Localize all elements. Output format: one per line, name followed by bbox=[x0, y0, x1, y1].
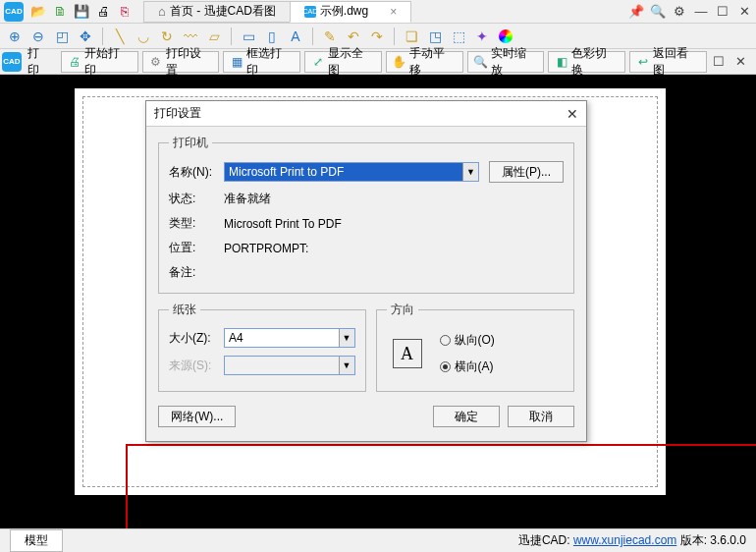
dialog-close-icon[interactable]: ✕ bbox=[567, 106, 578, 122]
drawing-frame bbox=[126, 444, 756, 534]
cube-icon[interactable]: ⬚ bbox=[450, 28, 467, 45]
combo-arrow-icon[interactable]: ▼ bbox=[339, 329, 354, 347]
radio-icon bbox=[440, 361, 451, 372]
layers-icon[interactable]: ❏ bbox=[403, 28, 420, 45]
paper-source-combo: ▼ bbox=[224, 356, 355, 375]
paper-size-label: 大小(Z): bbox=[169, 330, 224, 347]
ok-button[interactable]: 确定 bbox=[433, 406, 500, 427]
window-maximize-icon[interactable]: ☐ bbox=[715, 4, 730, 20]
print-icon[interactable]: 🖨 bbox=[94, 3, 112, 21]
type-value: Microsoft Print To PDF bbox=[224, 217, 342, 231]
panel-title: 打印 bbox=[27, 45, 51, 79]
select-window-icon: ▦ bbox=[230, 55, 243, 69]
combo-arrow-icon: ▼ bbox=[339, 357, 354, 374]
pin-icon[interactable]: 📌 bbox=[628, 4, 644, 20]
orientation-legend: 方向 bbox=[387, 302, 418, 318]
tab-file[interactable]: CAD 示例.dwg × bbox=[290, 1, 411, 23]
status-label: 状态: bbox=[169, 191, 224, 207]
status-value: 准备就绪 bbox=[224, 191, 271, 207]
printer-group: 打印机 名称(N): Microsoft Print to PDF ▼ 属性(P… bbox=[158, 135, 574, 294]
block-icon[interactable]: ◳ bbox=[426, 28, 444, 45]
orientation-portrait-label: 纵向(O) bbox=[455, 332, 495, 349]
combo-arrow-icon[interactable]: ▼ bbox=[462, 163, 478, 181]
where-label: 位置: bbox=[169, 240, 224, 256]
window-minimize-icon[interactable]: — bbox=[693, 4, 709, 20]
cancel-button[interactable]: 取消 bbox=[508, 406, 574, 427]
orientation-portrait-radio[interactable]: 纵向(O) bbox=[440, 332, 495, 349]
brush-icon[interactable]: ✎ bbox=[321, 28, 339, 45]
tab-bar: ⌂ 首页 - 迅捷CAD看图 CAD 示例.dwg × bbox=[135, 1, 628, 23]
zoom-in-icon[interactable]: ⊖ bbox=[29, 28, 47, 45]
home-icon: ⌂ bbox=[158, 4, 166, 19]
window-tile-icon[interactable]: ▯ bbox=[263, 28, 281, 45]
status-url-link[interactable]: www.xunjiecad.com bbox=[573, 533, 676, 547]
print-settings-button[interactable]: ⚙打印设置 bbox=[142, 51, 220, 73]
fit-icon: ⤢ bbox=[311, 55, 325, 69]
printer-name-label: 名称(N): bbox=[169, 164, 224, 181]
polyline-icon[interactable]: 〰 bbox=[182, 28, 199, 45]
paper-size-value: A4 bbox=[225, 331, 243, 345]
window-select-print-button[interactable]: ▦框选打印 bbox=[223, 51, 300, 73]
window-close-icon[interactable]: ✕ bbox=[736, 4, 752, 20]
wand-icon[interactable]: ✦ bbox=[473, 28, 491, 45]
paper-legend: 纸张 bbox=[169, 302, 200, 318]
status-brand: 迅捷CAD: bbox=[518, 533, 570, 547]
where-value: PORTPROMPT: bbox=[224, 242, 308, 255]
color-icon: ◧ bbox=[555, 55, 568, 69]
top-bar: CAD 📂 🗎 💾 🖨 ⎘ ⌂ 首页 - 迅捷CAD看图 CAD 示例.dwg … bbox=[0, 0, 756, 24]
color-toggle-button[interactable]: ◧色彩切换 bbox=[548, 51, 625, 73]
printer-legend: 打印机 bbox=[169, 135, 212, 151]
printer-name-combo[interactable]: Microsoft Print to PDF ▼ bbox=[224, 162, 479, 182]
pan-icon[interactable]: ✥ bbox=[77, 28, 94, 45]
area-icon[interactable]: ▱ bbox=[205, 28, 223, 45]
paper-size-combo[interactable]: A4 ▼ bbox=[224, 328, 355, 348]
pan-button[interactable]: ✋手动平移 bbox=[386, 51, 463, 73]
print-settings-dialog: 打印设置 ✕ 打印机 名称(N): Microsoft Print to PDF… bbox=[145, 100, 587, 442]
status-right: 迅捷CAD: www.xunjiecad.com 版本: 3.6.0.0 bbox=[518, 532, 746, 549]
back-to-view-button[interactable]: ↩返回看图 bbox=[629, 51, 707, 73]
status-version: 版本: 3.6.0.0 bbox=[676, 533, 746, 547]
panel-restore-icon[interactable]: ☐ bbox=[711, 54, 727, 70]
save-icon[interactable]: 💾 bbox=[73, 3, 90, 21]
gear-icon[interactable]: ⚙ bbox=[672, 4, 687, 20]
print-panel-header: CAD 打印 🖨开始打印 ⚙打印设置 ▦框选打印 ⤢显示全图 ✋手动平移 🔍实时… bbox=[0, 49, 756, 75]
layer-icon[interactable]: ▭ bbox=[240, 28, 257, 45]
new-icon[interactable]: 🗎 bbox=[51, 3, 69, 21]
model-tab[interactable]: 模型 bbox=[10, 529, 63, 552]
zoom-all-button[interactable]: ⤢显示全图 bbox=[304, 51, 382, 73]
app-logo: CAD bbox=[4, 2, 24, 22]
text-icon[interactable]: A bbox=[287, 28, 304, 45]
panel-close-icon[interactable]: ✕ bbox=[732, 54, 748, 70]
zoom-icon[interactable]: 🔍 bbox=[650, 4, 666, 20]
paper-source-label: 来源(S): bbox=[169, 358, 224, 374]
orientation-group: 方向 A 纵向(O) 横向(A) bbox=[376, 302, 574, 392]
zoom-extents-icon[interactable]: ⊕ bbox=[6, 28, 24, 45]
magnify-icon: 🔍 bbox=[474, 55, 488, 69]
measure-line-icon[interactable]: ╲ bbox=[111, 28, 129, 45]
dialog-title: 打印设置 bbox=[154, 105, 201, 122]
export-icon[interactable]: ⎘ bbox=[116, 3, 134, 21]
tab-home[interactable]: ⌂ 首页 - 迅捷CAD看图 bbox=[143, 1, 290, 23]
comment-label: 备注: bbox=[169, 264, 224, 281]
printer-icon: 🖨 bbox=[68, 55, 81, 69]
realtime-zoom-button[interactable]: 🔍实时缩放 bbox=[467, 51, 545, 73]
undo-icon[interactable]: ↶ bbox=[345, 28, 362, 45]
tab-home-label: 首页 - 迅捷CAD看图 bbox=[170, 3, 276, 20]
dialog-titlebar: 打印设置 ✕ bbox=[146, 101, 586, 127]
open-icon[interactable]: 📂 bbox=[29, 3, 47, 21]
redo-icon[interactable]: ↷ bbox=[368, 28, 386, 45]
back-icon: ↩ bbox=[636, 55, 650, 69]
settings-icon: ⚙ bbox=[149, 55, 163, 69]
printer-properties-button[interactable]: 属性(P)... bbox=[489, 161, 564, 183]
zoom-window-icon[interactable]: ◰ bbox=[53, 28, 71, 45]
network-button[interactable]: 网络(W)... bbox=[158, 406, 236, 427]
palette-icon[interactable] bbox=[497, 28, 514, 45]
tab-file-label: 示例.dwg bbox=[320, 3, 368, 20]
start-print-button[interactable]: 🖨开始打印 bbox=[61, 51, 138, 73]
arc-icon[interactable]: ◡ bbox=[135, 28, 152, 45]
orientation-landscape-radio[interactable]: 横向(A) bbox=[440, 359, 495, 375]
tab-close-icon[interactable]: × bbox=[390, 5, 397, 19]
type-label: 类型: bbox=[169, 215, 224, 232]
paper-group: 纸张 大小(Z): A4 ▼ 来源(S): ▼ bbox=[158, 302, 366, 392]
refresh-icon[interactable]: ↻ bbox=[158, 28, 176, 45]
